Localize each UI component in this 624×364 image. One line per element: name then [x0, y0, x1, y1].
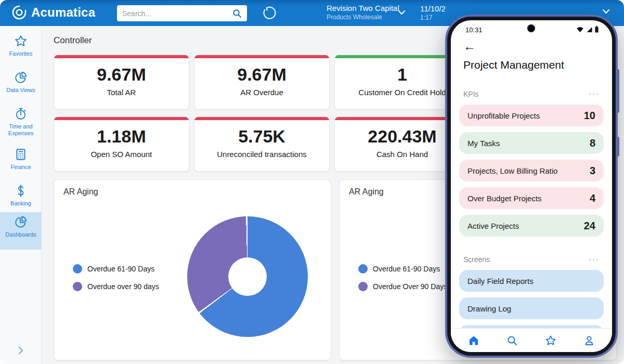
home-nav-button[interactable]	[467, 334, 480, 347]
legend-item[interactable]: Overdue 61-90 Days	[73, 264, 159, 274]
company-selector[interactable]: Revision Two Capital Products Wholesale	[327, 4, 399, 21]
kpi-accent-bar	[54, 117, 189, 120]
kpi-row-value: 24	[584, 220, 595, 232]
search-nav-button[interactable]	[506, 334, 518, 347]
phone-status-bar: 10:31	[451, 20, 612, 38]
back-arrow-icon[interactable]: ←	[463, 40, 476, 53]
legend-label: Overdue over 90 days	[87, 282, 159, 291]
sidebar-label: Favorites	[9, 50, 32, 57]
search-icon	[506, 334, 518, 347]
phone-page-title: Project Management	[463, 59, 564, 71]
dollar-icon	[14, 184, 28, 198]
favorites-nav-button[interactable]	[544, 334, 557, 347]
acumatica-logo-icon	[11, 5, 27, 20]
legend-dot	[73, 264, 82, 274]
search-icon[interactable]	[232, 9, 242, 18]
kpi-row-label: Over Budget Projects	[467, 194, 590, 203]
kpi-row-over-budget-projects[interactable]: Over Budget Projects 4	[459, 187, 604, 209]
kpi-row-my-tasks[interactable]: My Tasks 8	[459, 132, 604, 154]
kpi-accent-bar	[194, 55, 329, 58]
company-name: Revision Two Capital	[327, 4, 399, 14]
kpi-label: AR Overdue	[194, 88, 329, 97]
sidebar-item-dashboards[interactable]: Dashboards	[0, 212, 42, 250]
kpi-row-label: Unprofitable Projects	[467, 111, 584, 120]
screen-row-daily-field-reports[interactable]: Daily Field Reports	[459, 270, 604, 292]
sidebar-item-time-and-expenses[interactable]: Time and Expenses	[0, 104, 42, 137]
kpi-label: Unreconciled transactions	[194, 150, 329, 159]
brand-name: Acumatica	[31, 5, 95, 20]
kpi-value: 9.67M	[194, 64, 329, 85]
kpi-row-unprofitable-projects[interactable]: Unprofitable Projects 10	[459, 105, 604, 126]
global-search[interactable]	[117, 5, 247, 21]
sidebar-expand-chevron-right-icon[interactable]	[0, 346, 42, 357]
search-input[interactable]	[122, 9, 232, 18]
kpi-row-value: 4	[590, 192, 595, 204]
sidebar-label: Time and Expenses	[4, 123, 37, 137]
screens-section-heading: Screens	[463, 255, 490, 264]
phone-frame: 10:31 ←	[445, 15, 618, 358]
timer-icon[interactable]	[263, 6, 276, 20]
battery-icon	[595, 26, 599, 33]
calculator-icon	[14, 148, 28, 161]
phone-screen: 10:31 ←	[451, 20, 612, 352]
kpi-row-value: 10	[584, 110, 595, 122]
kpi-value: 5.75K	[194, 126, 329, 147]
date-value: 11/10/2	[420, 4, 446, 14]
pie-chart-icon	[14, 71, 28, 84]
chart-legend: Overdue 61-90 Days Overdue Over 90 Days	[358, 264, 447, 291]
legend-label: Overdue 61-90 Days	[87, 265, 154, 273]
kpi-accent-bar	[54, 55, 189, 58]
user-menu-chevron-down-icon[interactable]	[602, 9, 610, 14]
star-icon	[14, 34, 28, 48]
screen-row-label: Daily Field Reports	[467, 277, 595, 285]
chart-title: AR Aging	[349, 187, 384, 197]
sidebar-label: Data Views	[6, 87, 35, 94]
status-time: 10:31	[465, 26, 483, 34]
legend-item[interactable]: Overdue 61-90 Days	[358, 264, 447, 274]
screen-row-drawing-log[interactable]: Drawing Log	[459, 297, 604, 319]
sidebar-item-favorites[interactable]: Favorites	[0, 31, 42, 57]
stopwatch-icon	[14, 107, 28, 121]
camera-punch-hole	[527, 24, 535, 32]
kpi-row-label: Projects, Low Billing Ratio	[467, 166, 590, 175]
home-icon	[467, 334, 480, 347]
sidebar-item-banking[interactable]: Banking	[0, 181, 42, 207]
chart-title: AR Aging	[63, 187, 98, 197]
kpi-row-value: 3	[590, 165, 595, 177]
kpi-label: Total AR	[54, 88, 189, 97]
pie-chart-icon	[14, 215, 28, 229]
wifi-icon	[576, 27, 584, 33]
legend-label: Overdue 61-90 Days	[373, 265, 440, 273]
kpi-card-unreconciled-transactions[interactable]: 5.75K Unreconciled transactions	[194, 116, 330, 172]
kpis-menu-ellipsis-icon[interactable]: ···	[589, 89, 600, 98]
person-icon	[583, 334, 595, 347]
legend-item[interactable]: Overdue over 90 days	[73, 282, 159, 291]
screen-row-label: Drawing Log	[467, 304, 595, 313]
legend-dot	[73, 282, 82, 291]
sidebar: Favorites Data Views Time and Expenses	[0, 26, 42, 364]
kpi-card-open-so-amount[interactable]: 1.18M Open SO Amount	[54, 116, 189, 172]
ar-aging-chart-panel: AR Aging Overdue 61-90 Days Overdue over…	[54, 179, 331, 360]
kpi-card-ar-overdue[interactable]: 9.67M AR Overdue	[194, 55, 330, 110]
kpi-row-low-billing-ratio[interactable]: Projects, Low Billing Ratio 3	[459, 160, 604, 181]
chart-legend: Overdue 61-90 Days Overdue over 90 days	[73, 264, 159, 291]
company-chevron-down-icon[interactable]	[398, 10, 406, 15]
kpi-row-value: 8	[590, 137, 595, 149]
phone-bottom-nav	[451, 328, 612, 352]
sidebar-label: Finance	[10, 164, 31, 171]
star-icon	[544, 334, 557, 347]
sidebar-item-data-views[interactable]: Data Views	[0, 68, 42, 94]
screens-menu-ellipsis-icon[interactable]: ···	[589, 254, 600, 263]
legend-label: Overdue Over 90 Days	[373, 282, 447, 291]
profile-nav-button[interactable]	[583, 334, 595, 347]
time-value: 1:17	[420, 14, 446, 22]
mobile-phone: 10:31 ←	[445, 15, 618, 358]
kpi-card-total-ar[interactable]: 9.67M Total AR	[54, 55, 189, 110]
kpi-row-active-projects[interactable]: Active Projects 24	[459, 215, 604, 237]
business-date[interactable]: 11/10/2 1:17	[420, 4, 446, 22]
kpi-value: 9.67M	[54, 64, 189, 85]
sidebar-item-finance[interactable]: Finance	[0, 145, 42, 171]
legend-item[interactable]: Overdue Over 90 Days	[358, 282, 447, 291]
kpi-value: 1.18M	[54, 126, 189, 147]
donut-chart[interactable]	[187, 216, 308, 337]
